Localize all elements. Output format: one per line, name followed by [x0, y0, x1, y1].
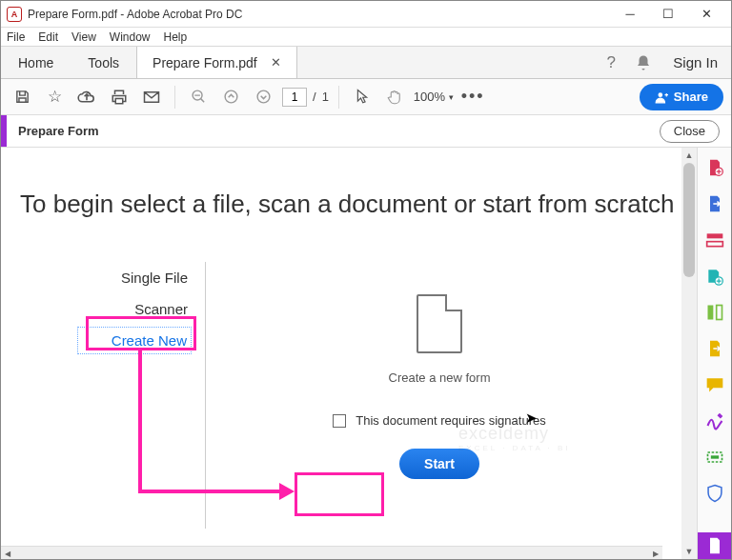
context-bar: Prepare Form Close: [1, 115, 731, 148]
annotation-arrow-vertical: [138, 350, 142, 492]
notifications-button[interactable]: [627, 47, 660, 78]
window-title: Prepare Form.pdf - Adobe Acrobat Pro DC: [28, 8, 611, 21]
window-titlebar: A Prepare Form.pdf - Adobe Acrobat Pro D…: [1, 1, 731, 28]
help-button[interactable]: ?: [595, 47, 627, 78]
tool-rail: [697, 148, 731, 559]
rail-more-icon[interactable]: [698, 532, 732, 559]
rail-stamp-icon[interactable]: [704, 447, 725, 468]
save-button[interactable]: [9, 84, 35, 110]
zoom-out-button[interactable]: [185, 84, 212, 110]
option-divider: [205, 262, 206, 529]
select-tool[interactable]: [349, 84, 376, 110]
tab-document-close-icon[interactable]: ✕: [271, 55, 281, 70]
up-arrow-circle-icon: [223, 89, 239, 105]
cloud-button[interactable]: [73, 84, 100, 110]
mouse-cursor: ➤: [525, 410, 538, 427]
start-button[interactable]: Start: [399, 449, 479, 479]
email-button[interactable]: [138, 84, 165, 110]
page-indicator: / 1: [282, 88, 329, 107]
chevron-down-icon: ▾: [449, 92, 454, 102]
favorite-button[interactable]: ☆: [41, 84, 68, 110]
svg-point-2: [257, 90, 270, 103]
zoom-level[interactable]: 100% ▾: [414, 90, 454, 104]
page-heading: To begin select a file, scan a document …: [20, 190, 674, 219]
signatures-checkbox[interactable]: [333, 414, 346, 428]
rail-edit-pdf-icon[interactable]: [704, 230, 725, 250]
center-caption: Create a new form: [389, 370, 491, 385]
hand-tool[interactable]: [381, 84, 408, 110]
tab-home[interactable]: Home: [1, 47, 71, 78]
annotation-arrow-horizontal: [138, 490, 281, 493]
page-total: 1: [322, 90, 329, 104]
main-content: To begin select a file, scan a document …: [1, 148, 697, 559]
save-icon: [14, 89, 30, 105]
rail-fill-sign-icon[interactable]: [704, 410, 725, 431]
scroll-left-icon[interactable]: ◀: [1, 547, 14, 559]
mail-icon: [143, 90, 160, 104]
svg-rect-9: [716, 306, 722, 320]
menu-window[interactable]: Window: [110, 30, 151, 44]
scroll-right-icon[interactable]: ▶: [649, 547, 662, 559]
scroll-up-icon[interactable]: ▲: [681, 148, 697, 163]
scroll-down-icon[interactable]: ▼: [681, 544, 697, 559]
toolbar: ☆ / 1 100% ▾ ••• Share: [1, 79, 731, 115]
option-create-new[interactable]: Create New: [77, 327, 192, 354]
share-button[interactable]: Share: [640, 84, 723, 110]
share-label: Share: [674, 90, 708, 104]
menu-bar: File Edit View Window Help: [1, 28, 731, 47]
page-current-input[interactable]: [282, 88, 307, 107]
svg-point-1: [225, 90, 237, 103]
rail-organize-icon[interactable]: [704, 302, 725, 323]
horizontal-scrollbar[interactable]: ◀ ▶: [1, 546, 662, 559]
next-page-button[interactable]: [250, 84, 276, 110]
option-scanner[interactable]: Scanner: [77, 293, 192, 325]
menu-view[interactable]: View: [71, 30, 96, 44]
svg-point-3: [658, 92, 662, 97]
cloud-upload-icon: [77, 90, 96, 105]
menu-help[interactable]: Help: [164, 30, 188, 44]
zoom-value: 100%: [414, 90, 445, 104]
context-label: Prepare Form: [7, 124, 660, 138]
print-button[interactable]: [106, 84, 132, 110]
source-options: Single File Scanner Create New: [77, 262, 192, 356]
tab-document-label: Prepare Form.pdf: [152, 55, 257, 70]
prev-page-button[interactable]: [217, 84, 244, 110]
rail-export-pdf-icon[interactable]: [704, 193, 725, 214]
close-window-button[interactable]: ✕: [687, 2, 725, 27]
context-close-button[interactable]: Close: [660, 120, 720, 143]
center-column: Create a new form This document requires…: [220, 290, 659, 479]
share-person-icon: [655, 90, 668, 104]
document-icon: [417, 294, 462, 353]
rail-create-pdf-icon[interactable]: [704, 157, 725, 178]
rail-combine-icon[interactable]: [704, 266, 725, 287]
hand-icon: [386, 89, 403, 106]
signatures-row: This document requires signatures: [333, 413, 545, 428]
zoom-out-icon: [191, 89, 207, 105]
menu-file[interactable]: File: [7, 30, 25, 44]
scroll-thumb[interactable]: [683, 163, 695, 277]
svg-rect-5: [706, 233, 722, 238]
rail-protect-icon[interactable]: [704, 483, 725, 504]
rail-compress-icon[interactable]: [704, 338, 725, 359]
svg-rect-8: [707, 306, 713, 320]
tab-tools[interactable]: Tools: [71, 47, 137, 78]
signatures-label: This document requires signatures: [356, 413, 545, 428]
rail-comment-icon[interactable]: [704, 374, 725, 395]
pointer-icon: [356, 89, 369, 105]
page-sep: /: [313, 90, 316, 104]
down-arrow-circle-icon: [255, 89, 272, 105]
minimize-button[interactable]: ─: [611, 2, 649, 27]
tab-document[interactable]: Prepare Form.pdf ✕: [137, 47, 297, 78]
menu-edit[interactable]: Edit: [38, 30, 58, 44]
vertical-scrollbar[interactable]: ▲ ▼: [681, 148, 697, 559]
maximize-button[interactable]: ☐: [649, 2, 687, 27]
tab-row: Home Tools Prepare Form.pdf ✕ ? Sign In: [1, 47, 731, 79]
signin-button[interactable]: Sign In: [660, 47, 731, 78]
svg-rect-6: [706, 242, 722, 247]
print-icon: [111, 89, 128, 106]
app-icon: A: [7, 7, 22, 22]
more-tools-button[interactable]: •••: [459, 84, 486, 110]
svg-rect-11: [710, 455, 718, 458]
option-single-file[interactable]: Single File: [77, 262, 192, 293]
annotation-arrow-head: [279, 483, 295, 500]
